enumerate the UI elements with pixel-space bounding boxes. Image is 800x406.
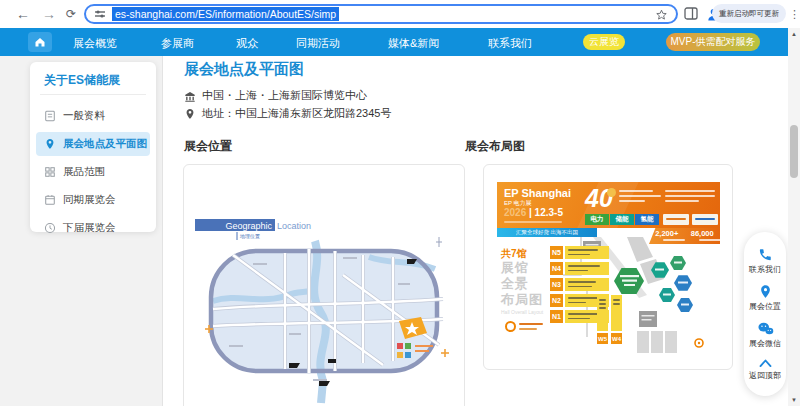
back-icon[interactable]: ← — [16, 4, 30, 24]
map-title-rest: Location — [277, 221, 311, 231]
browser-toolbar: ← → ⟳ es-shanghai.com/ES/information/Abo… — [0, 0, 800, 28]
sidebar-item-label: 同期展览会 — [63, 193, 116, 207]
wechat-icon — [757, 321, 774, 336]
hall-w4-bar — [611, 295, 622, 331]
back-to-top-label: 返回顶部 — [749, 370, 781, 381]
sidebar-item-concurrent-shows[interactable]: 同期展览会 — [36, 188, 150, 212]
nav-item-exhibitors[interactable]: 参展商 — [161, 36, 194, 51]
venue-text: 中国・上海・上海新国际博览中心 — [202, 88, 367, 103]
nav-item-visitors[interactable]: 观众 — [236, 36, 258, 51]
sidebar-title: 关于ES储能展 — [44, 72, 120, 89]
poster-40th-logo: 40 — [585, 184, 613, 213]
poster-slogan-ribbon: 汇聚全球好货 出海不出国 — [497, 228, 597, 237]
section-header-layout: 展会布局图 — [465, 138, 525, 155]
location-pin-icon — [758, 284, 773, 299]
url-bar[interactable]: es-shanghai.com/ES/information/AboutES/s… — [84, 4, 678, 24]
poster-body: 共7馆 展馆 全景 布局图 Hall Overall Layout — [497, 237, 720, 354]
page-title: 展会地点及平面图 — [184, 60, 304, 79]
home-icon — [34, 36, 46, 48]
venue-row: 中国・上海・上海新国际博览中心 — [184, 88, 367, 103]
poster-dates: 2026 | 12.3-5 — [504, 207, 563, 218]
north-arrow — [436, 237, 442, 247]
venue-building-icon — [184, 90, 196, 102]
layout-poster: EP Shanghai EP 电力展 2026 | 12.3-5 40 电力 储… — [497, 182, 720, 354]
hall-w5: W5 — [597, 333, 608, 344]
nav-item-contact[interactable]: 联系我们 — [488, 36, 532, 51]
hall-row-n5: N5 — [550, 246, 609, 259]
tag-hydrogen: 氢能 — [635, 214, 659, 225]
scroll-down-icon[interactable]: ▼ — [788, 397, 800, 403]
forward-icon[interactable]: → — [42, 4, 56, 24]
poster-header: EP Shanghai EP 电力展 2026 | 12.3-5 40 电力 储… — [497, 182, 720, 228]
update-chip[interactable]: 重新启动即可更新 — [712, 4, 786, 23]
phone-icon — [758, 247, 773, 262]
bookmark-star-icon[interactable] — [655, 8, 668, 21]
quick-contact-button[interactable]: 联系我们 — [749, 247, 781, 275]
map-title-cn: 地理位置 — [239, 233, 260, 239]
section-header-location: 展会位置 — [184, 138, 232, 155]
nav-item-media[interactable]: 媒体&新闻 — [388, 36, 439, 51]
quick-action-panel: 联系我们 展会位置 展会微信 返回顶部 — [744, 232, 786, 396]
url-text[interactable]: es-shanghai.com/ES/information/AboutES/s… — [112, 7, 339, 21]
document-icon — [44, 110, 56, 122]
browser-window: ← → ⟳ es-shanghai.com/ES/information/Abo… — [0, 0, 800, 406]
divider — [40, 94, 146, 95]
chevron-up-icon — [758, 358, 773, 368]
grid-icon — [44, 166, 56, 178]
quick-wechat-label: 展会微信 — [749, 338, 781, 349]
quick-wechat-button[interactable]: 展会微信 — [749, 321, 781, 349]
sidebar-item-label: 展品范围 — [63, 165, 105, 179]
address-pin-icon — [184, 108, 196, 120]
sidebar-item-label: 一般资料 — [63, 109, 105, 123]
sidebar-item-label: 展会地点及平面图 — [63, 137, 147, 151]
sidebar-item-next-show[interactable]: 下届展览会 — [36, 216, 150, 240]
site-nav: 展会概览 参展商 观众 同期活动 媒体&新闻 联系我们 云展览 MVP-供需配对… — [0, 28, 788, 56]
quick-location-label: 展会位置 — [749, 301, 781, 312]
page-scrollbar[interactable]: ▲ ▼ — [788, 28, 800, 406]
side-panel-icon[interactable] — [684, 7, 698, 20]
partner-logo-1 — [663, 214, 689, 225]
geographic-location-map: Geographic Location 地理位置 — [193, 213, 455, 406]
quick-location-button[interactable]: 展会位置 — [749, 284, 781, 312]
hall-w5-bar — [597, 295, 608, 331]
reload-icon[interactable]: ⟳ — [66, 4, 76, 24]
tag-storage: 储能 — [610, 214, 634, 225]
nav-item-overview[interactable]: 展会概览 — [73, 36, 117, 51]
poster-date-range: | 12.3-5 — [529, 207, 563, 218]
address-text: 地址：中国上海浦东新区龙阳路2345号 — [202, 106, 391, 121]
sidebar-item-location-floorplan[interactable]: 展会地点及平面图 — [36, 132, 150, 156]
hall-row-n3: N3 — [550, 278, 609, 291]
layout-poster-card[interactable]: EP Shanghai EP 电力展 2026 | 12.3-5 40 电力 储… — [483, 164, 733, 370]
sidebar-item-label: 下届展览会 — [63, 221, 116, 235]
sidebar-item-exhibit-scope[interactable]: 展品范围 — [36, 160, 150, 184]
cloud-expo-button[interactable]: 云展览 — [583, 34, 625, 50]
mvp-matchmaking-button[interactable]: MVP-供需配对服务 — [666, 33, 760, 51]
sidebar-item-general-info[interactable]: 一般资料 — [36, 104, 150, 128]
poster-brand: EP Shanghai — [504, 187, 571, 199]
scrollbar-thumb[interactable] — [790, 125, 798, 178]
site-info-icon[interactable] — [94, 8, 106, 20]
back-to-top-button[interactable]: 返回顶部 — [749, 358, 781, 381]
clock-icon — [44, 222, 56, 234]
partner-logo-2 — [692, 214, 718, 225]
tag-power: 电力 — [585, 214, 609, 225]
address-row: 地址：中国上海浦东新区龙阳路2345号 — [184, 106, 391, 121]
map-title-highlight: Geographic — [225, 221, 272, 231]
calendar-icon — [44, 194, 56, 206]
location-pin-icon — [44, 138, 56, 150]
menu-dots-icon[interactable]: ⋮ — [789, 4, 800, 24]
scroll-up-icon[interactable]: ▲ — [788, 31, 800, 37]
nav-home-button[interactable] — [28, 32, 52, 52]
nav-item-events[interactable]: 同期活动 — [296, 36, 340, 51]
map-card[interactable]: Geographic Location 地理位置 — [183, 164, 465, 406]
sidebar: 关于ES储能展 一般资料 展会地点及平面图 展品范围 — [30, 62, 156, 232]
quick-contact-label: 联系我们 — [749, 264, 781, 275]
poster-year: 2026 — [504, 207, 526, 218]
hall-w4: W4 — [611, 333, 622, 344]
hall-row-n4: N4 — [550, 262, 609, 275]
